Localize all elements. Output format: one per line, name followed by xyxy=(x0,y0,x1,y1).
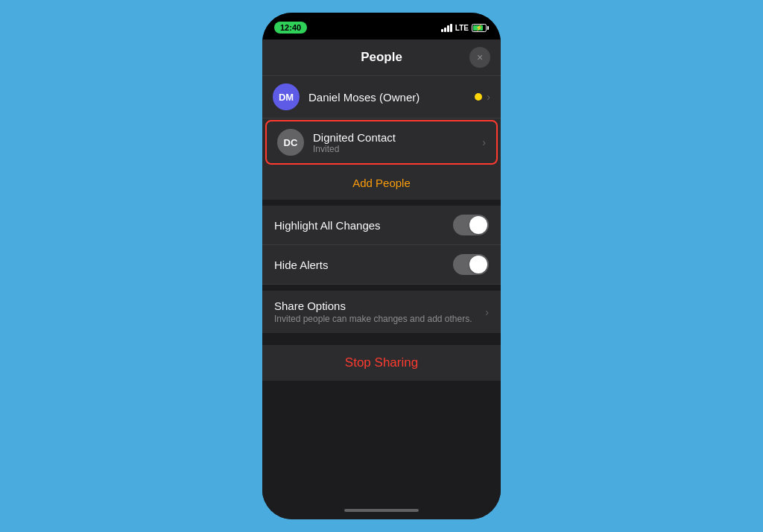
people-list: DM Daniel Moses (Owner) › DC Dignited Co… xyxy=(262,76,501,166)
highlight-changes-label: Highlight All Changes xyxy=(274,219,381,232)
panel: People × DM Daniel Moses (Owner) › DC xyxy=(262,39,501,503)
add-people-section[interactable]: Add People xyxy=(262,166,501,200)
status-bar: 12:40 LTE ⚡ xyxy=(262,13,501,39)
hide-alerts-row[interactable]: Hide Alerts xyxy=(262,245,501,285)
home-indicator-area xyxy=(262,503,501,519)
signal-bar-4 xyxy=(450,24,452,32)
person-status-dignited: Invited xyxy=(313,144,482,154)
online-dot-icon xyxy=(475,93,482,101)
close-icon: × xyxy=(477,52,483,63)
share-options-row[interactable]: Share Options Invited people can make ch… xyxy=(262,291,501,333)
chevron-icon-share: › xyxy=(485,306,489,318)
share-options-title: Share Options xyxy=(274,300,485,312)
highlight-changes-toggle[interactable] xyxy=(453,215,489,235)
stop-sharing-row[interactable]: Stop Sharing xyxy=(262,345,501,381)
share-options-left: Share Options Invited people can make ch… xyxy=(274,300,485,324)
status-right: LTE ⚡ xyxy=(441,23,489,32)
panel-header: People × xyxy=(262,39,501,76)
battery-body: ⚡ xyxy=(472,24,487,32)
person-row-daniel[interactable]: DM Daniel Moses (Owner) › xyxy=(262,76,501,118)
person-info-dignited: Dignited Contact Invited xyxy=(313,131,482,154)
stop-sharing-button[interactable]: Stop Sharing xyxy=(345,355,418,370)
chevron-icon-daniel: › xyxy=(487,91,490,103)
share-options-section: Share Options Invited people can make ch… xyxy=(262,291,501,333)
person-row-dignited[interactable]: DC Dignited Contact Invited › xyxy=(265,120,498,165)
person-info-daniel: Daniel Moses (Owner) xyxy=(308,91,475,104)
person-name-daniel: Daniel Moses (Owner) xyxy=(308,91,475,104)
toggle-knob-alerts xyxy=(469,256,487,273)
avatar-dm: DM xyxy=(273,83,300,110)
toggle-knob-highlight xyxy=(469,216,487,234)
add-people-button[interactable]: Add People xyxy=(352,177,411,189)
signal-bars-icon xyxy=(441,23,452,32)
hide-alerts-toggle[interactable] xyxy=(453,254,489,275)
person-name-dignited: Dignited Contact xyxy=(313,131,482,144)
empty-area xyxy=(262,381,501,503)
highlight-changes-row[interactable]: Highlight All Changes xyxy=(262,206,501,245)
person-row-right-daniel: › xyxy=(475,91,490,103)
close-button[interactable]: × xyxy=(469,47,490,68)
battery-icon: ⚡ xyxy=(472,24,489,32)
separator-2 xyxy=(262,285,501,291)
hide-alerts-label: Hide Alerts xyxy=(274,259,329,271)
separator-1 xyxy=(262,200,501,206)
lte-label: LTE xyxy=(455,24,469,32)
stop-sharing-section: Stop Sharing xyxy=(262,345,501,381)
panel-title: People xyxy=(361,50,402,65)
separator-3 xyxy=(262,333,501,339)
person-row-right-dignited: › xyxy=(482,136,486,148)
toggle-section: Highlight All Changes Hide Alerts xyxy=(262,206,501,285)
phone-frame: 12:40 LTE ⚡ People × xyxy=(262,13,501,519)
signal-bar-1 xyxy=(441,29,443,32)
battery-tip xyxy=(487,26,489,30)
avatar-dc: DC xyxy=(277,129,304,156)
signal-bar-2 xyxy=(444,28,446,32)
status-time: 12:40 xyxy=(274,22,307,34)
home-indicator xyxy=(344,509,419,512)
signal-bar-3 xyxy=(447,25,449,32)
share-options-subtitle: Invited people can make changes and add … xyxy=(274,314,485,324)
battery-bolt-icon: ⚡ xyxy=(475,25,483,31)
chevron-icon-dignited: › xyxy=(482,136,486,148)
